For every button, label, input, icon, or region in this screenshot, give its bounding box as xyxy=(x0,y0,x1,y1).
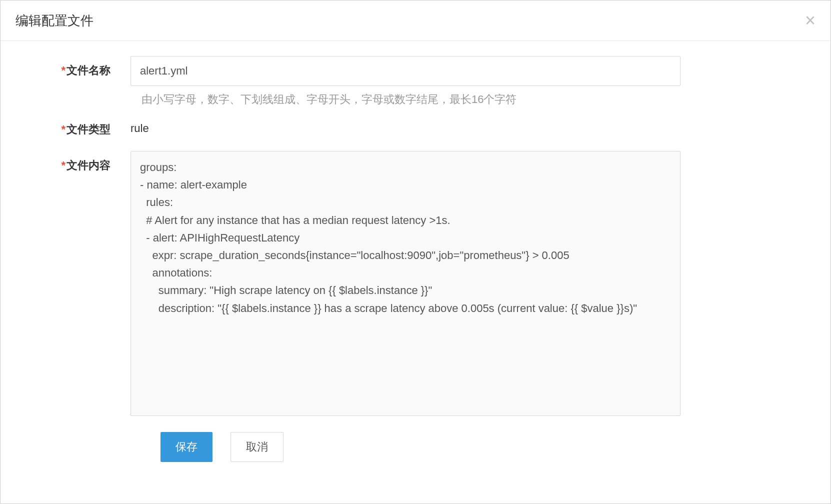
filename-input[interactable] xyxy=(130,56,680,86)
filecontent-label: *文件内容 xyxy=(16,151,130,418)
filetype-row: *文件类型 rule xyxy=(16,121,816,137)
filename-control: 由小写字母，数字、下划线组成、字母开头，字母或数字结尾，最长16个字符 xyxy=(130,56,680,107)
filetype-control: rule xyxy=(130,121,680,137)
filename-row: *文件名称 由小写字母，数字、下划线组成、字母开头，字母或数字结尾，最长16个字… xyxy=(16,56,816,107)
filecontent-row: *文件内容 groups: - name: alert-example rule… xyxy=(16,151,816,418)
cancel-button[interactable]: 取消 xyxy=(230,432,284,462)
save-button[interactable]: 保存 xyxy=(160,432,212,462)
filecontent-textarea[interactable]: groups: - name: alert-example rules: # A… xyxy=(130,151,680,416)
modal-body: *文件名称 由小写字母，数字、下划线组成、字母开头，字母或数字结尾，最长16个字… xyxy=(0,41,830,504)
filetype-label: *文件类型 xyxy=(16,121,130,137)
close-icon[interactable]: × xyxy=(805,12,816,30)
modal-title: 编辑配置文件 xyxy=(16,12,94,30)
filename-label: *文件名称 xyxy=(16,56,130,107)
filename-help: 由小写字母，数字、下划线组成、字母开头，字母或数字结尾，最长16个字符 xyxy=(130,92,680,107)
modal-header: 编辑配置文件 × xyxy=(0,0,830,41)
filecontent-control: groups: - name: alert-example rules: # A… xyxy=(130,151,680,418)
button-row: 保存 取消 xyxy=(16,432,816,462)
filetype-value: rule xyxy=(130,121,680,135)
edit-config-modal: 编辑配置文件 × *文件名称 由小写字母，数字、下划线组成、字母开头，字母或数字… xyxy=(0,0,831,504)
